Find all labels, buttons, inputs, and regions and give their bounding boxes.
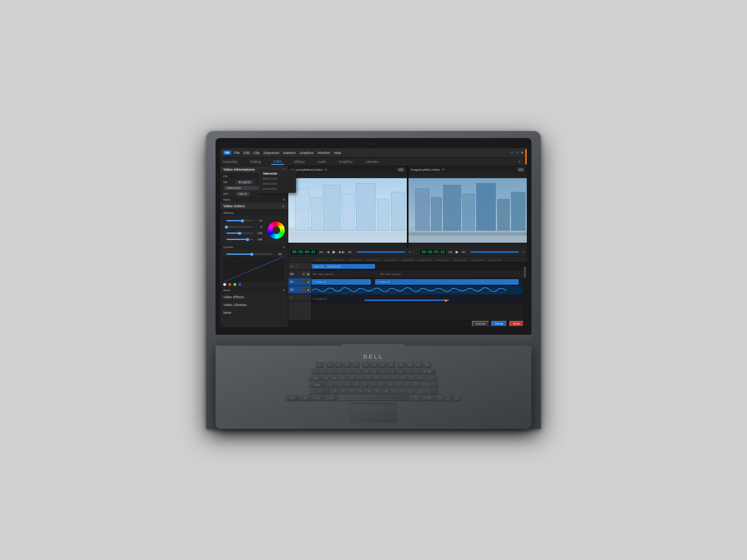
more-menu[interactable]: ≡ [283, 198, 285, 201]
key-r[interactable]: R [348, 375, 356, 381]
key-m[interactable]: M [382, 388, 390, 394]
key-esc[interactable]: esc [316, 362, 324, 368]
exposure-track[interactable] [226, 233, 253, 234]
key-f12[interactable]: F12 [423, 362, 431, 368]
step-fwd-btn[interactable]: ▶▶ [338, 250, 346, 254]
tab-editing[interactable]: Editing [248, 159, 263, 164]
key-comma[interactable]: , [391, 388, 399, 394]
key-backspace[interactable]: ⌫ [423, 369, 435, 374]
key-win[interactable]: ⊞ [312, 395, 325, 401]
playback-progress[interactable] [357, 251, 405, 253]
after-fit-button[interactable]: Fit [517, 168, 524, 172]
menu-graphics[interactable]: Graphics [300, 151, 314, 155]
key-semicolon[interactable]: ; [404, 382, 412, 387]
timecode-before[interactable]: 00:00:00:45 [291, 250, 317, 254]
key-n[interactable]: N [374, 388, 382, 394]
key-rshift[interactable]: ⇧ [417, 388, 438, 394]
key-3[interactable]: 3 [337, 369, 345, 374]
color-wheel[interactable] [268, 222, 285, 239]
key-f6[interactable]: F6 [370, 362, 378, 368]
key-down[interactable]: ▽ [445, 398, 452, 401]
key-caps[interactable]: Caps [309, 382, 326, 387]
key-alt[interactable]: Alt [326, 395, 338, 401]
close-button[interactable]: ✕ [521, 150, 524, 155]
key-w[interactable]: W [331, 375, 339, 381]
status-normal-btn[interactable]: Normal [472, 321, 489, 327]
key-tab[interactable]: Tab [309, 375, 322, 381]
key-enter[interactable]: ↩ [425, 375, 438, 381]
curve-thumb[interactable] [250, 253, 253, 256]
key-v[interactable]: V [357, 388, 365, 394]
key-enter2[interactable]: ↩ [421, 382, 438, 387]
key-minus[interactable]: - [406, 369, 414, 374]
key-u[interactable]: U [374, 375, 382, 381]
key-f3[interactable]: F3 [343, 362, 351, 368]
dot-white[interactable] [223, 283, 226, 286]
brightness-track[interactable] [226, 220, 253, 221]
key-f[interactable]: F [352, 382, 360, 387]
key-alt-r[interactable]: Alt [410, 395, 422, 401]
dropdown-item-3[interactable]: 3440x1440 [260, 186, 288, 191]
contrast-thumb[interactable] [225, 226, 228, 229]
key-f5[interactable]: F5 [362, 362, 370, 368]
prev2-btn[interactable]: ⏮ [448, 250, 453, 254]
before-fit-button[interactable]: Fit [397, 168, 404, 172]
key-lshift[interactable]: ⇧ [309, 388, 330, 394]
playhead-bar[interactable] [365, 299, 449, 301]
shadows-thumb[interactable] [246, 238, 249, 241]
a1-lock-icon[interactable]: 🔒 [306, 288, 310, 291]
settings-icon[interactable]: ≡ [516, 159, 523, 164]
curve-track[interactable] [226, 254, 272, 255]
key-q[interactable]: Q [323, 375, 330, 381]
dpi-pill[interactable]: 300 ● [236, 192, 250, 196]
key-a[interactable]: A [327, 382, 335, 387]
key-c[interactable]: C [348, 388, 356, 394]
key-backtick[interactable]: ` [312, 369, 319, 374]
razor-tool[interactable]: ✂ [290, 264, 294, 268]
menu-clip[interactable]: Clip [254, 151, 260, 155]
menu-sequence[interactable]: Sequence [263, 151, 279, 155]
v2-lock-icon[interactable]: 🔒 [306, 272, 310, 276]
status-focus-btn[interactable]: Focus [491, 321, 507, 327]
dot-red[interactable] [228, 283, 231, 286]
before-menu-icon[interactable]: ≡ [325, 168, 327, 172]
tab-graphics[interactable]: Graphics [336, 159, 355, 164]
video-colors-header[interactable]: Video Colors ∨ [220, 203, 288, 210]
key-slash[interactable]: / [408, 388, 416, 394]
key-right[interactable]: ▷ [453, 395, 461, 401]
tab-effects[interactable]: Effects [292, 159, 307, 164]
tool-2[interactable] [295, 264, 298, 268]
step-back-btn[interactable]: ◀ [326, 250, 330, 254]
key-j[interactable]: J [378, 382, 386, 387]
key-f1[interactable]: F1 [326, 362, 334, 368]
play2-btn[interactable]: ▶ [455, 250, 459, 254]
menu-edit[interactable]: Edit [244, 151, 250, 155]
key-fn[interactable]: Fn [299, 395, 312, 401]
shadows-track[interactable] [226, 239, 253, 240]
key-8[interactable]: 8 [380, 369, 388, 374]
contrast-track[interactable] [226, 226, 253, 228]
key-t[interactable]: T [357, 375, 365, 381]
key-d[interactable]: D [344, 382, 352, 387]
exposure-thumb[interactable] [238, 232, 241, 235]
timecode-after[interactable]: 00:00:05:45 [420, 250, 447, 254]
status-error-btn[interactable]: Error [509, 321, 524, 327]
key-s[interactable]: S [335, 382, 343, 387]
dropdown-item-0[interactable]: 7680x4320 [260, 171, 288, 176]
v1-lock-icon[interactable]: 🔒 [306, 280, 310, 284]
more2-menu[interactable]: ≡ [283, 289, 285, 292]
key-k[interactable]: K [387, 382, 395, 387]
key-f2[interactable]: F2 [335, 362, 342, 368]
prev-frame-btn[interactable]: ⏮ [319, 250, 324, 254]
minimize-button[interactable]: ─ [511, 150, 514, 155]
key-f8[interactable]: F8 [388, 362, 395, 368]
clip-v2-main[interactable]: Video 02 ... 00:00:00:45 [312, 264, 375, 269]
curves-menu[interactable]: ≡ [283, 245, 285, 249]
playback-progress2[interactable] [470, 251, 519, 253]
key-f9[interactable]: F9 [398, 362, 405, 368]
tab-audio[interactable]: Audio [315, 159, 328, 164]
brightness-thumb[interactable] [241, 219, 244, 222]
key-i[interactable]: I [382, 375, 390, 381]
key-f7[interactable]: F7 [379, 362, 387, 368]
key-x[interactable]: X [340, 388, 347, 394]
